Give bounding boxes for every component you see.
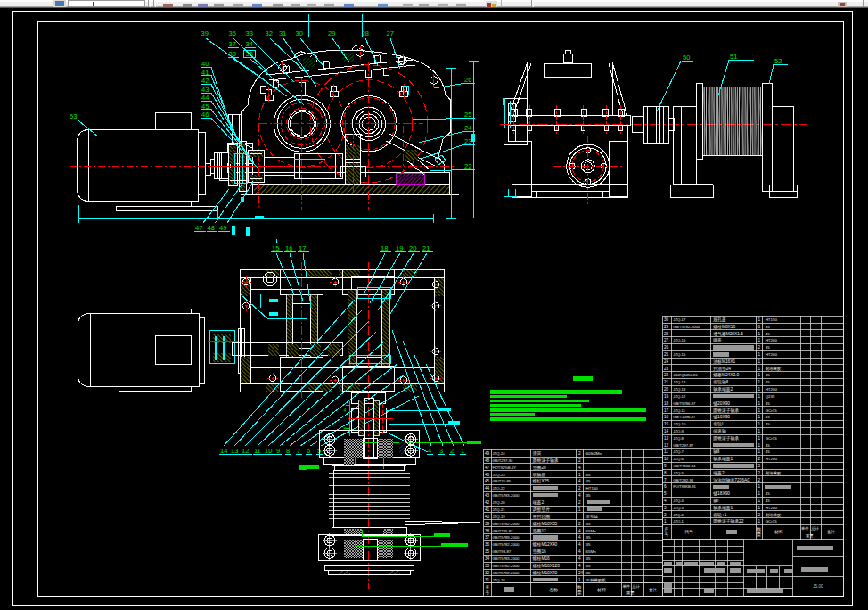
svg-text:19: 19 xyxy=(396,244,403,252)
svg-text:31: 31 xyxy=(279,29,286,37)
svg-text:4: 4 xyxy=(578,535,581,540)
svg-text:27: 27 xyxy=(664,338,669,342)
svg-text:48: 48 xyxy=(485,458,490,463)
svg-text:50: 50 xyxy=(683,54,690,62)
svg-text:JZQ-13: JZQ-13 xyxy=(673,387,686,392)
svg-text:数: 数 xyxy=(577,585,582,589)
svg-text:35: 35 xyxy=(485,549,490,554)
svg-text:45: 45 xyxy=(766,449,770,454)
svg-text:螺栓M10X40: 螺栓M10X40 xyxy=(533,570,558,576)
svg-text:1: 1 xyxy=(758,352,761,357)
svg-text:1: 1 xyxy=(664,519,667,523)
svg-text:19: 19 xyxy=(664,394,669,399)
svg-text:15: 15 xyxy=(272,244,279,252)
svg-text:35: 35 xyxy=(586,556,591,561)
svg-text:20: 20 xyxy=(409,244,416,252)
svg-text:38: 38 xyxy=(485,529,490,533)
svg-text:2: 2 xyxy=(758,457,761,461)
svg-text:序: 序 xyxy=(665,527,669,532)
svg-text:GB/T1096-87: GB/T1096-87 xyxy=(673,415,696,419)
svg-text:60Si2Mn: 60Si2Mn xyxy=(586,451,602,456)
svg-text:8: 8 xyxy=(286,447,290,455)
svg-text:35: 35 xyxy=(586,571,591,575)
svg-text:7: 7 xyxy=(664,478,667,482)
svg-text:端盖2: 端盖2 xyxy=(533,499,545,505)
svg-text:HT150: HT150 xyxy=(766,317,778,322)
svg-text:44: 44 xyxy=(201,94,209,102)
svg-text:HT200: HT200 xyxy=(766,352,778,357)
svg-text:1: 1 xyxy=(758,317,761,322)
svg-text:2: 2 xyxy=(758,471,761,475)
svg-text:单件: 单件 xyxy=(623,584,631,589)
svg-text:JZQ-11: JZQ-11 xyxy=(673,408,685,413)
svg-text:代号: 代号 xyxy=(684,529,693,534)
svg-text:单件: 单件 xyxy=(801,526,809,531)
svg-text:数: 数 xyxy=(757,527,762,532)
svg-text:28: 28 xyxy=(664,332,669,336)
svg-text:44: 44 xyxy=(485,486,490,490)
svg-text:HT200: HT200 xyxy=(766,338,778,342)
svg-text:40: 40 xyxy=(201,60,209,68)
svg-text:16: 16 xyxy=(664,415,669,419)
svg-text:5: 5 xyxy=(664,491,667,496)
svg-text:42: 42 xyxy=(201,77,209,85)
svg-text:4: 4 xyxy=(578,466,581,470)
svg-text:17: 17 xyxy=(664,408,669,413)
svg-text:JZQ-16: JZQ-16 xyxy=(673,338,686,342)
svg-text:JZQ-19: JZQ-19 xyxy=(493,515,506,519)
svg-text:1: 1 xyxy=(758,499,761,503)
svg-text:65Mn: 65Mn xyxy=(586,549,597,554)
svg-text:13: 13 xyxy=(664,436,669,441)
svg-text:16: 16 xyxy=(285,244,292,252)
svg-text:啤盖: 啤盖 xyxy=(713,337,722,342)
svg-text:12: 12 xyxy=(664,443,669,448)
svg-text:GB/T93-87: GB/T93-87 xyxy=(493,549,512,554)
svg-text:35: 35 xyxy=(586,535,591,540)
svg-text:螺钉X25: 螺钉X25 xyxy=(533,478,549,484)
svg-text:36: 36 xyxy=(229,29,236,37)
svg-text:备注: 备注 xyxy=(649,588,658,592)
svg-text:25: 25 xyxy=(664,352,669,357)
svg-text:1: 1 xyxy=(758,506,761,510)
svg-text:FZ/T92%B-6Y: FZ/T92%B-6Y xyxy=(493,466,517,470)
svg-text:JZQ-18: JZQ-18 xyxy=(493,578,506,582)
svg-text:18: 18 xyxy=(664,401,669,406)
svg-text:33: 33 xyxy=(246,29,253,37)
svg-text:6: 6 xyxy=(307,447,310,455)
svg-text:JZQ-9: JZQ-9 xyxy=(673,429,684,433)
svg-text:35: 35 xyxy=(586,522,591,526)
svg-text:9: 9 xyxy=(664,464,667,468)
svg-text:26: 26 xyxy=(464,76,471,84)
svg-text:量: 量 xyxy=(757,532,762,537)
svg-text:2: 2 xyxy=(758,478,761,482)
svg-text:JB/ZQ4450-86: JB/ZQ4450-86 xyxy=(673,373,698,377)
svg-text:GB/T725-87: GB/T725-87 xyxy=(493,529,513,533)
svg-text:45: 45 xyxy=(766,499,770,503)
svg-text:1: 1 xyxy=(578,578,581,582)
svg-text:10: 10 xyxy=(265,447,272,455)
svg-text:密封毡圈: 密封毡圈 xyxy=(533,514,550,520)
svg-text:30: 30 xyxy=(296,29,303,37)
svg-text:GCr15: GCr15 xyxy=(766,436,777,441)
svg-text:2: 2 xyxy=(758,464,761,468)
svg-text:JZQ-12: JZQ-12 xyxy=(673,394,686,399)
svg-text:4: 4 xyxy=(578,479,581,483)
svg-text:15: 15 xyxy=(664,422,669,426)
svg-text:49: 49 xyxy=(219,224,226,232)
svg-text:4: 4 xyxy=(578,542,581,547)
svg-text:4: 4 xyxy=(578,549,581,554)
svg-text:JZQ-7: JZQ-7 xyxy=(673,449,684,454)
svg-text:GB/T7182-94: GB/T7182-94 xyxy=(673,464,696,468)
svg-text:GB/T297-94: GB/T297-94 xyxy=(493,458,513,463)
svg-text:45: 45 xyxy=(766,401,770,406)
svg-text:调整垫片: 调整垫片 xyxy=(533,507,550,513)
svg-text:GB/T70-85: GB/T70-85 xyxy=(493,479,512,483)
svg-text:22: 22 xyxy=(464,162,471,170)
svg-text:45: 45 xyxy=(586,479,591,483)
svg-text:10: 10 xyxy=(664,457,669,461)
svg-text:29: 29 xyxy=(328,29,335,37)
svg-text:21: 21 xyxy=(422,244,430,252)
svg-text:JZQ-1: JZQ-1 xyxy=(673,519,684,523)
svg-text:JZQ-15: JZQ-15 xyxy=(673,352,686,357)
svg-text:JZQ-17: JZQ-17 xyxy=(673,317,686,322)
